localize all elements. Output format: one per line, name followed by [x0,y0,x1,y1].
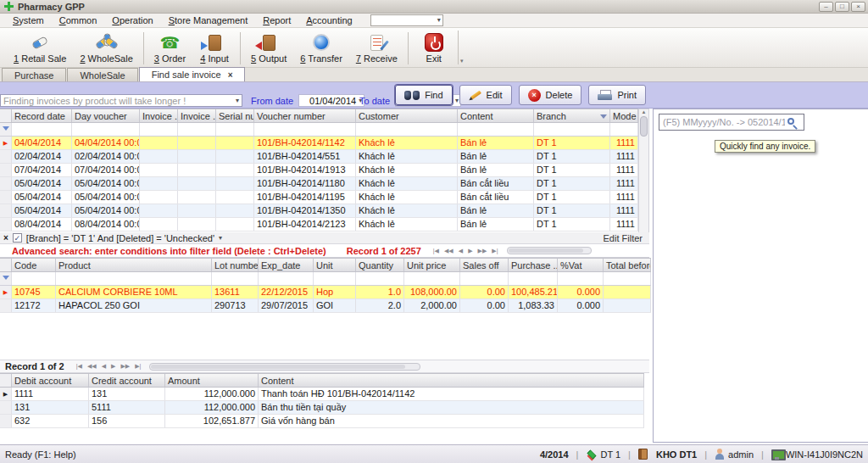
cell-branch[interactable]: DT 1 [534,150,610,163]
cell-vat[interactable]: 0.000 [558,286,604,298]
cell-branch[interactable]: DT 1 [534,177,610,190]
accounting-row[interactable]: 632 156 102,651.877 Giá vốn hàng bán [0,415,644,428]
nav-last-button[interactable]: ▶| [135,363,141,370]
invoice-row[interactable]: 02/04/2014 02/04/2014 00:00 101/BH-04201… [0,150,638,164]
cell-day-voucher[interactable]: 05/04/2014 00:00 [72,177,140,190]
invoice-row[interactable]: 05/04/2014 05/04/2014 00:00 101/BH-04201… [0,191,638,204]
nav-next-button[interactable]: ▶ [111,363,115,370]
vertical-scrollbar[interactable]: ▲ ▼ [638,109,649,246]
find-button[interactable]: Find [395,85,452,105]
cell-total[interactable] [604,299,651,312]
cell-vat[interactable]: 0.000 [558,299,604,312]
nav-prev-page-button[interactable]: ◀◀ [87,363,97,370]
col-content[interactable]: Content [458,109,534,122]
cell-branch[interactable]: DT 1 [534,164,610,176]
cell-content[interactable]: Bán lẻ [458,150,534,163]
menu-operation[interactable]: Operation [104,14,160,26]
cell-content[interactable]: Bán cắt liều [458,191,534,204]
accounting-row[interactable]: ▶ 1111 131 112,000.000 Thanh toán HĐ 101… [0,388,644,401]
invoice-row[interactable]: 08/04/2014 08/04/2014 00:00 101/BH-04201… [0,218,638,232]
cell-day-voucher[interactable]: 08/04/2014 00:00 [72,218,140,231]
col-customer[interactable]: Customer [356,109,458,122]
cell-invoice2[interactable] [178,150,216,163]
cell-voucher-number[interactable]: 101/BH-042014/1142 [254,137,356,149]
cell-voucher-number[interactable]: 101/BH-042014/2123 [254,218,356,231]
col-serial[interactable]: Serial nu... [216,109,254,122]
col-invoice2[interactable]: Invoice ... [178,109,216,122]
cell-content[interactable]: Bán thu tiền tại quầy [259,401,644,414]
menu-store-management[interactable]: Store Management [161,14,256,26]
cell-qty[interactable]: 1.0 [356,286,404,298]
cell-day-voucher[interactable]: 02/04/2014 00:00 [72,150,140,163]
cell-amount[interactable]: 112,000.000 [165,388,259,400]
cell-serial[interactable] [216,191,254,204]
nav-next-button[interactable]: ▶ [468,248,472,254]
cell-invoice1[interactable] [140,177,178,190]
tab-purchase[interactable]: Purchase [2,68,66,81]
col-exp-date[interactable]: Exp_date [259,259,314,271]
col-voucher-number[interactable]: Voucher number [254,109,356,122]
input-button[interactable]: 4 Input [192,31,236,65]
cell-day-voucher[interactable]: 05/04/2014 00:00 [72,204,140,217]
cell-invoice1[interactable] [140,191,178,204]
cell-customer[interactable]: Khách lẻ [356,218,458,231]
filter-funnel-icon[interactable] [600,114,607,119]
cell-total[interactable] [604,286,651,298]
cell-price[interactable]: 2,000.00 [404,299,460,312]
scrollbar-thumb[interactable] [640,116,648,137]
col-amount[interactable]: Amount [165,374,259,387]
filter-checkbox[interactable]: ✓ [13,233,22,243]
cell-exp[interactable]: 22/12/2015 [259,286,314,298]
retail-sale-button[interactable]: 1 Retail Sale [7,31,73,65]
exit-button[interactable]: Exit [412,31,456,65]
cell-purchase[interactable]: 1,083.33 [509,299,558,312]
product-search-combo[interactable]: Finding invoices by product will take lo… [0,94,242,107]
cell-record-date[interactable]: 07/04/2014 [12,164,72,176]
cell-mode[interactable]: 1111 [610,164,638,176]
cell-record-date[interactable]: 02/04/2014 [12,150,72,163]
toolbar-overflow-handle[interactable]: ▾ [458,31,465,64]
print-button[interactable]: Print [588,85,646,105]
col-branch[interactable]: Branch [534,109,610,122]
receive-button[interactable]: 7 Receive [349,31,404,65]
cell-exp[interactable]: 29/07/2015 [259,299,314,312]
col-vat[interactable]: %Vat [558,259,604,271]
col-sales-off[interactable]: Sales off [460,259,509,271]
nav-first-button[interactable]: |◀ [433,248,439,254]
col-unit[interactable]: Unit [314,259,356,271]
cell-mode[interactable]: 1111 [610,218,638,231]
col-total-before[interactable]: Total before [604,259,651,271]
nav-first-button[interactable]: |◀ [76,363,82,370]
cell-record-date[interactable]: 05/04/2014 [12,204,72,217]
cell-credit[interactable]: 131 [89,388,165,400]
cell-invoice2[interactable] [178,191,216,204]
cell-amount[interactable]: 102,651.877 [165,415,259,427]
cell-day-voucher[interactable]: 04/04/2014 00:00 [72,137,140,149]
col-lot-number[interactable]: Lot number [212,259,259,271]
cell-record-date[interactable]: 08/04/2014 [12,218,72,231]
invoice-filter-row[interactable] [0,123,638,137]
cell-customer[interactable]: Khách lẻ [356,150,458,163]
cell-amount[interactable]: 112,000.000 [165,401,259,414]
cell-serial[interactable] [216,177,254,190]
cell-content[interactable]: Bán lẻ [458,164,534,176]
delete-button[interactable]: × Delete [519,85,582,105]
col-product[interactable]: Product [56,259,212,271]
cell-day-voucher[interactable]: 07/04/2014 00:00 [72,164,140,176]
clear-filter-icon[interactable]: × [3,233,8,243]
cell-content[interactable]: Giá vốn hàng bán [259,415,644,427]
cell-invoice2[interactable] [178,204,216,217]
tab-close-icon[interactable]: × [228,70,233,80]
horizontal-scrollbar[interactable] [507,247,592,254]
nav-next-page-button[interactable]: ▶▶ [478,248,487,254]
cell-invoice1[interactable] [140,137,178,149]
cell-serial[interactable] [216,164,254,176]
cell-voucher-number[interactable]: 101/BH-042014/1913 [254,164,356,176]
cell-content[interactable]: Bán cắt liều [458,177,534,190]
cell-branch[interactable]: DT 1 [534,204,610,217]
col-mode[interactable]: Mode .. [610,109,638,122]
cell-credit[interactable]: 5111 [89,401,165,414]
product-filter-row[interactable] [0,272,651,286]
restore-button[interactable]: □ [835,2,849,12]
col-purchase[interactable]: Purchase ... [509,259,558,271]
